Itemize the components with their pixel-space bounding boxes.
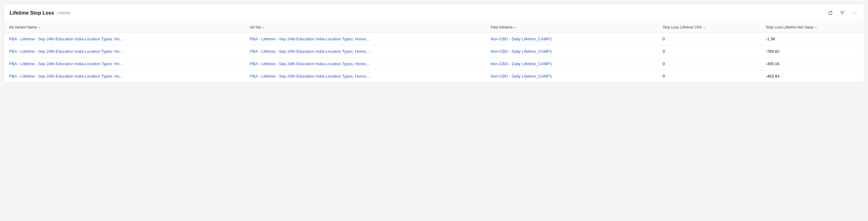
cell-ad-set[interactable]: PBA - Lifetime - Sep 24th-Education Indi… bbox=[245, 58, 486, 70]
cell-paid-initiative[interactable]: Non-CBO - Daily Lifetime_CAMP1 bbox=[486, 58, 658, 70]
card-header: Lifetime Stop Loss Lifetime ··· bbox=[4, 4, 864, 22]
col-header-ad-set[interactable]: Ad Set ▾ bbox=[245, 22, 486, 33]
table-row: PBA - Lifetime - Sep 24th-Education Indi… bbox=[4, 70, 864, 83]
sort-icon-stop-loss-net: ▾ bbox=[815, 26, 817, 29]
cell-stop-loss-net-value: -1.3K bbox=[761, 33, 864, 45]
cell-stop-loss-cpa: 0 bbox=[658, 70, 761, 83]
table-row: PBA - Lifetime - Sep 24th-Education Indi… bbox=[4, 33, 864, 45]
table-header-row: Ad Variant Name ▾ Ad Set ▾ bbox=[4, 22, 864, 33]
cell-ad-set[interactable]: PBA - Lifetime - Sep 24th-Education Indi… bbox=[245, 45, 486, 58]
cell-ad-variant[interactable]: PBA - Lifetime - Sep 24th-Education Indi… bbox=[4, 33, 245, 45]
more-options-button[interactable]: ··· bbox=[850, 8, 858, 18]
sort-icon-stop-loss-cpa: ▾ bbox=[703, 26, 705, 29]
cell-ad-set[interactable]: PBA - Lifetime - Sep 24th-Education Indi… bbox=[245, 70, 486, 83]
table-body: PBA - Lifetime - Sep 24th-Education Indi… bbox=[4, 33, 864, 83]
cell-paid-initiative[interactable]: Non-CBO - Daily Lifetime_CAMP1 bbox=[486, 45, 658, 58]
data-table: Ad Variant Name ▾ Ad Set ▾ bbox=[4, 22, 864, 83]
cell-stop-loss-cpa: 0 bbox=[658, 33, 761, 45]
table-wrapper: Ad Variant Name ▾ Ad Set ▾ bbox=[4, 22, 864, 83]
sort-icon-ad-variant: ▾ bbox=[39, 26, 40, 29]
main-card: Lifetime Stop Loss Lifetime ··· bbox=[4, 4, 864, 83]
col-header-stop-loss-cpa[interactable]: Stop Loss Lifetime CPA ▾ bbox=[658, 22, 761, 33]
filter-icon bbox=[840, 10, 845, 15]
cell-paid-initiative[interactable]: Non-CBO - Daily Lifetime_CAMP1 bbox=[486, 70, 658, 83]
page-title: Lifetime Stop Loss bbox=[10, 10, 54, 16]
sort-icon-ad-set: ▾ bbox=[262, 26, 264, 29]
cell-ad-variant[interactable]: PBA - Lifetime - Sep 24th-Education Indi… bbox=[4, 58, 245, 70]
table-row: PBA - Lifetime - Sep 24th-Education Indi… bbox=[4, 45, 864, 58]
cell-ad-variant[interactable]: PBA - Lifetime - Sep 24th-Education Indi… bbox=[4, 45, 245, 58]
sort-icon-paid-initiative: ▾ bbox=[514, 26, 516, 29]
cell-paid-initiative[interactable]: Non-CBO - Daily Lifetime_CAMP1 bbox=[486, 33, 658, 45]
refresh-icon bbox=[828, 10, 833, 15]
header-left: Lifetime Stop Loss Lifetime bbox=[10, 10, 70, 16]
page-container: Lifetime Stop Loss Lifetime ··· bbox=[0, 0, 868, 221]
header-actions: ··· bbox=[827, 8, 858, 18]
cell-stop-loss-cpa: 0 bbox=[658, 45, 761, 58]
ellipsis-icon: ··· bbox=[851, 10, 857, 16]
table-row: PBA - Lifetime - Sep 24th-Education Indi… bbox=[4, 58, 864, 70]
cell-stop-loss-net-value: -459.16 bbox=[761, 58, 864, 70]
col-header-paid-initiative[interactable]: Paid Initiative ▾ bbox=[486, 22, 658, 33]
cell-stop-loss-net-value: -789.82 bbox=[761, 45, 864, 58]
refresh-button[interactable] bbox=[827, 9, 834, 17]
lifetime-badge: Lifetime bbox=[57, 11, 70, 15]
cell-ad-variant[interactable]: PBA - Lifetime - Sep 24th-Education Indi… bbox=[4, 70, 245, 83]
cell-ad-set[interactable]: PBA - Lifetime - Sep 24th-Education Indi… bbox=[245, 33, 486, 45]
col-header-ad-variant-name[interactable]: Ad Variant Name ▾ bbox=[4, 22, 245, 33]
col-header-stop-loss-net-value[interactable]: Stop Loss Lifetime Net Value ▾ bbox=[761, 22, 864, 33]
filter-button[interactable] bbox=[838, 9, 846, 17]
cell-stop-loss-cpa: 0 bbox=[658, 58, 761, 70]
cell-stop-loss-net-value: -463.84 bbox=[761, 70, 864, 83]
